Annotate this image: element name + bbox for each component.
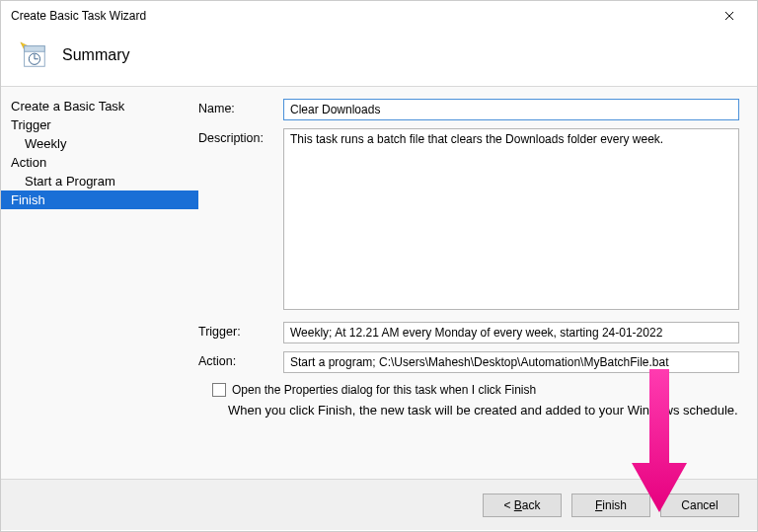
sidebar-step[interactable]: Start a Program [1,172,198,190]
description-label: Description: [198,128,283,145]
wizard-body: Create a Basic TaskTriggerWeeklyActionSt… [1,86,757,479]
action-label: Action: [198,351,283,368]
sidebar-step[interactable]: Create a Basic Task [1,97,198,115]
sidebar-step[interactable]: Action [1,153,198,172]
window-title: Create Basic Task Wizard [11,9,710,23]
trigger-value: Weekly; At 12.21 AM every Monday of ever… [283,322,739,343]
titlebar: Create Basic Task Wizard [1,1,757,31]
wizard-heading: Summary [62,46,129,64]
svg-rect-2 [25,46,45,52]
wizard-steps-sidebar: Create a Basic TaskTriggerWeeklyActionSt… [1,87,198,479]
sidebar-step[interactable]: Weekly [1,134,198,153]
close-icon [724,11,734,21]
wizard-footer: < Back Finish Cancel [1,479,757,530]
summary-panel: Name: Description: Trigger: Weekly; At 1… [198,87,757,479]
sidebar-step[interactable]: Trigger [1,115,198,134]
wizard-header: Summary [1,31,757,86]
description-input[interactable] [283,128,739,310]
sidebar-step[interactable]: Finish [1,190,198,209]
trigger-label: Trigger: [198,322,283,339]
back-button[interactable]: < Back [483,494,562,517]
close-button[interactable] [710,2,749,30]
open-properties-checkbox[interactable] [212,383,226,397]
calendar-icon [19,40,48,70]
cancel-button[interactable]: Cancel [660,494,739,517]
finish-info-text: When you click Finish, the new task will… [228,403,739,418]
name-label: Name: [198,99,283,115]
name-input[interactable] [283,99,739,120]
finish-button[interactable]: Finish [571,494,650,517]
action-value: Start a program; C:\Users\Mahesh\Desktop… [283,351,739,373]
open-properties-label: Open the Properties dialog for this task… [232,383,536,397]
